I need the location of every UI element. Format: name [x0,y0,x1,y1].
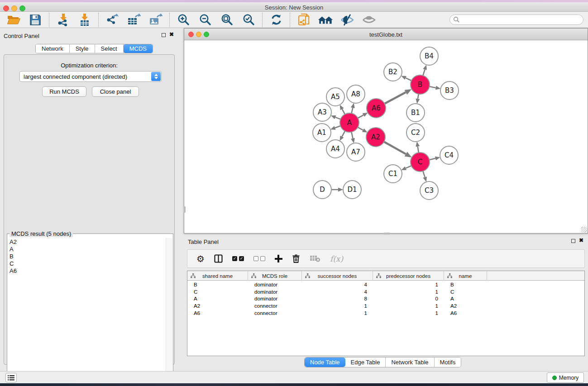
split-columns-icon[interactable] [214,252,223,266]
float-panel-icon[interactable] [162,33,166,37]
result-item[interactable]: B [10,253,165,260]
node-B2[interactable]: B2 [384,63,402,81]
table-cell[interactable]: 0 [373,296,444,301]
node-C2[interactable]: C2 [406,124,425,142]
close-panel-icon[interactable]: ✖ [169,31,174,38]
node-B3[interactable]: B3 [440,81,459,100]
table-cell[interactable]: A2 [444,303,487,309]
table-cell[interactable]: A2 [187,303,248,309]
table-row[interactable]: A2connector11A2 [187,302,584,310]
result-item[interactable]: A2 [10,238,165,246]
tab-select[interactable]: Select [95,44,124,53]
search-input[interactable] [449,14,583,25]
table-cell[interactable]: 4 [302,289,373,295]
node-D1[interactable]: D1 [343,181,361,199]
node-B4[interactable]: B4 [420,47,438,65]
node-D[interactable]: D [313,181,331,199]
deselect-all-icon[interactable] [253,252,265,266]
table-row[interactable]: A6connector11A6 [187,310,584,317]
table-body[interactable]: Bdominator41BCdominator41CAdominator80AA… [187,281,584,356]
import-network-icon[interactable] [55,13,71,27]
settings-gear-icon[interactable]: ⚙ [196,252,205,266]
delete-column-icon[interactable] [292,252,300,266]
table-cell[interactable]: 1 [373,303,444,309]
tab-network-table[interactable]: Network Table [386,357,434,367]
table-cell[interactable]: 8 [302,296,373,301]
open-session-icon[interactable] [6,13,21,27]
table-cell[interactable]: 1 [373,282,444,287]
table-cell[interactable]: dominator [248,289,302,295]
tab-node-table[interactable]: Node Table [305,357,345,367]
column-header-successor-nodes[interactable]: successor nodes [302,271,373,281]
refresh-layout-icon[interactable] [268,13,284,27]
window-resize-grip[interactable] [581,227,587,233]
zoom-fit-icon[interactable] [219,13,234,27]
table-cell[interactable]: A [444,296,487,301]
table-cell[interactable]: connector [248,310,302,316]
optimization-criterion-select[interactable]: largest connected component (directed) [19,71,162,82]
export-image-icon[interactable] [148,13,163,27]
table-cell[interactable]: A6 [187,310,248,316]
network-canvas[interactable]: B4B2BB3A8A5A6A3B1AA1C2A2A4A7C4CC1DD1C3 [184,41,588,233]
table-cell[interactable]: C [444,289,487,295]
canvas-hscroll-thumb[interactable] [383,233,390,234]
network-graph[interactable]: B4B2BB3A8A5A6A3B1AA1C2A2A4A7C4CC1DD1C3 [184,41,588,234]
canvas-vscroll-thumb[interactable] [184,206,186,213]
table-row[interactable]: Bdominator41B [187,281,584,288]
float-table-panel-icon[interactable] [571,239,575,243]
column-header-predecessor-nodes[interactable]: predecessor nodes [373,271,444,281]
zoom-selected-icon[interactable] [241,13,256,27]
delete-table-icon[interactable] [310,252,320,266]
export-table-icon[interactable] [126,13,142,27]
node-B1[interactable]: B1 [406,104,425,122]
show-graphics-details-icon[interactable] [361,13,377,27]
network-window-titlebar[interactable]: testGlobe.txt [184,29,588,40]
table-cell[interactable]: B [187,282,248,287]
memory-button[interactable]: Memory [547,372,584,383]
task-history-button[interactable] [5,373,17,382]
column-header-name[interactable]: name [444,271,487,281]
node-B[interactable]: B [411,75,430,94]
save-session-icon[interactable] [28,13,43,27]
run-mcds-button[interactable]: Run MCDS [42,86,86,97]
node-A5[interactable]: A5 [326,88,344,106]
close-table-panel-icon[interactable]: ✖ [579,237,583,243]
table-cell[interactable]: dominator [248,296,302,301]
table-cell[interactable]: 1 [302,303,373,309]
mcds-result-list[interactable]: A2ABCA6 [8,238,165,386]
result-scrollbar[interactable] [166,238,172,386]
table-cell[interactable]: 1 [373,289,444,295]
add-column-icon[interactable] [275,255,282,262]
tab-mcds[interactable]: MCDS [124,44,153,53]
select-all-icon[interactable]: ✓✓ [232,252,244,266]
node-A[interactable]: A [340,113,359,132]
tab-style[interactable]: Style [70,44,95,53]
tab-network[interactable]: Network [36,44,70,53]
zoom-in-icon[interactable] [176,13,191,27]
tab-edge-table[interactable]: Edge Table [345,357,386,367]
result-item[interactable]: A [10,246,165,253]
node-A2[interactable]: A2 [366,128,385,147]
home-icon[interactable] [318,13,333,27]
result-item[interactable]: A6 [10,267,165,275]
node-A6[interactable]: A6 [367,99,386,118]
node-C1[interactable]: C1 [384,165,402,183]
zoom-out-icon[interactable] [197,13,213,27]
table-row[interactable]: Adominator80A [187,295,584,303]
node-A3[interactable]: A3 [313,103,331,121]
export-network-icon[interactable] [105,13,120,27]
table-cell[interactable]: 4 [302,282,373,287]
table-cell[interactable]: 1 [302,310,373,316]
table-cell[interactable]: dominator [248,282,302,287]
table-cell[interactable]: B [444,282,487,287]
node-C3[interactable]: C3 [420,181,438,200]
hide-graphics-details-icon[interactable] [339,13,355,27]
node-A7[interactable]: A7 [347,143,365,161]
table-cell[interactable]: A [187,296,248,301]
column-header-shared-name[interactable]: shared name [187,271,248,281]
result-item[interactable]: C [10,260,165,267]
column-header-MCDS-role[interactable]: MCDS role [248,271,302,281]
node-A8[interactable]: A8 [347,85,365,103]
node-A1[interactable]: A1 [313,124,331,142]
table-cell[interactable]: connector [248,303,302,309]
